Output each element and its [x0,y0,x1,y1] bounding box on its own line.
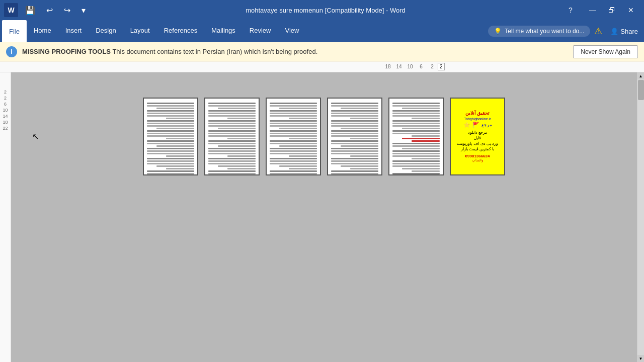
help-button[interactable]: ? [561,3,580,17]
scroll-down-button[interactable]: ▼ [637,355,645,362]
page-5[interactable] [388,98,444,175]
tab-review[interactable]: Review [243,20,278,42]
line [208,123,256,124]
left-sidebar: 2 2 6 10 14 18 22 [0,72,11,362]
line [331,110,378,112]
line [147,160,194,162]
line [279,128,317,129]
page-1-content [144,99,197,175]
line [392,173,440,174]
line [289,118,317,119]
mouse-cursor: ↖ [32,132,39,141]
line [208,153,256,154]
page-3[interactable] [266,98,321,175]
ad-body: مرجع دانلود فایل ورد-پی دی اف- پاورپوینت… [457,130,499,152]
line [147,140,194,142]
quick-access-more-button[interactable]: ▾ [77,4,90,17]
scroll-thumb[interactable] [638,80,644,100]
line [208,115,256,117]
line [412,158,440,159]
person-icon: 👤 [610,28,618,35]
restore-button[interactable]: 🗗 [603,3,621,17]
line [392,143,440,144]
line [270,105,317,107]
sidebar-numbers: 2 2 6 10 14 18 22 [3,89,8,131]
document-area[interactable]: تحقیق آنلاین Tohghighonline.ir ⭐ 🚩 مرجع … [11,72,637,362]
ribbon: File Home Insert Design Layout Reference… [0,20,644,42]
line [270,143,317,144]
tab-references[interactable]: References [157,20,204,42]
sidebar-14: 14 [3,114,8,119]
lightbulb-icon: 💡 [494,28,502,35]
page-2-content [205,99,259,175]
sidebar-2a: 2 [4,89,7,95]
line [402,128,440,129]
tab-layout[interactable]: Layout [123,20,157,42]
tab-mailings[interactable]: Mailings [204,20,243,42]
line [331,125,378,127]
line [208,143,256,144]
line [218,165,256,167]
line [270,140,317,142]
line [392,110,440,112]
ruler-box-2: 2 [438,63,445,70]
close-button[interactable]: ✕ [622,3,640,17]
tab-view[interactable]: View [278,20,306,42]
line [147,173,194,174]
line [208,150,256,152]
line [147,150,194,152]
never-show-button[interactable]: Never Show Again [573,45,638,58]
line [270,123,317,124]
tell-me-text: Tell me what you want to do... [505,28,584,35]
line [218,108,256,109]
star-icon: ⭐ [463,122,470,128]
redo-button[interactable]: ↪ [60,4,74,17]
tab-design[interactable]: Design [89,20,123,42]
line [392,163,440,164]
line [208,135,256,137]
line [331,115,378,117]
minimize-button[interactable]: — [584,3,602,17]
line [331,133,378,134]
line [412,170,440,172]
vertical-scrollbar[interactable]: ▲ ▼ [637,72,644,362]
line [166,138,194,139]
page-6-ad[interactable]: تحقیق آنلاین Tohghighonline.ir ⭐ 🚩 مرجع … [450,98,505,175]
pages-row: تحقیق آنلاین Tohghighonline.ir ⭐ 🚩 مرجع … [143,98,505,175]
ad-line2: فایل [457,135,499,141]
scroll-track[interactable] [637,79,644,355]
line [208,133,256,134]
tell-me-box[interactable]: 💡 Tell me what you want to do... [488,26,590,37]
main-layout: 2 2 6 10 14 18 22 [0,72,644,362]
line [279,108,317,109]
line-red [412,140,440,142]
notification-bar: i MISSING PROOFING TOOLS This document c… [0,42,644,61]
undo-button[interactable]: ↩ [42,4,57,17]
line [341,165,378,167]
line [392,160,440,162]
line [270,135,317,137]
line [331,113,378,114]
tab-insert[interactable]: Insert [58,20,89,42]
scroll-up-button[interactable]: ▲ [637,72,645,79]
line [331,153,378,154]
line [166,155,194,157]
line [208,158,256,159]
page-3-content [267,99,320,175]
line [392,155,440,157]
line [147,110,194,112]
line [208,140,256,142]
line [147,158,194,159]
page-2[interactable] [204,98,260,175]
tab-home[interactable]: Home [27,20,58,42]
info-icon: i [6,46,17,57]
tab-file[interactable]: File [2,20,27,42]
page-4[interactable] [327,98,382,175]
line [270,113,317,114]
save-button[interactable]: 💾 [21,4,39,17]
share-button[interactable]: 👤 Share [606,26,642,37]
ad-icons-row: ⭐ 🚩 مرجع [463,122,492,128]
line [208,113,256,114]
document-title: mohtavaye sure momenun [Compatibility Mo… [90,7,561,14]
page-1[interactable] [143,98,198,175]
